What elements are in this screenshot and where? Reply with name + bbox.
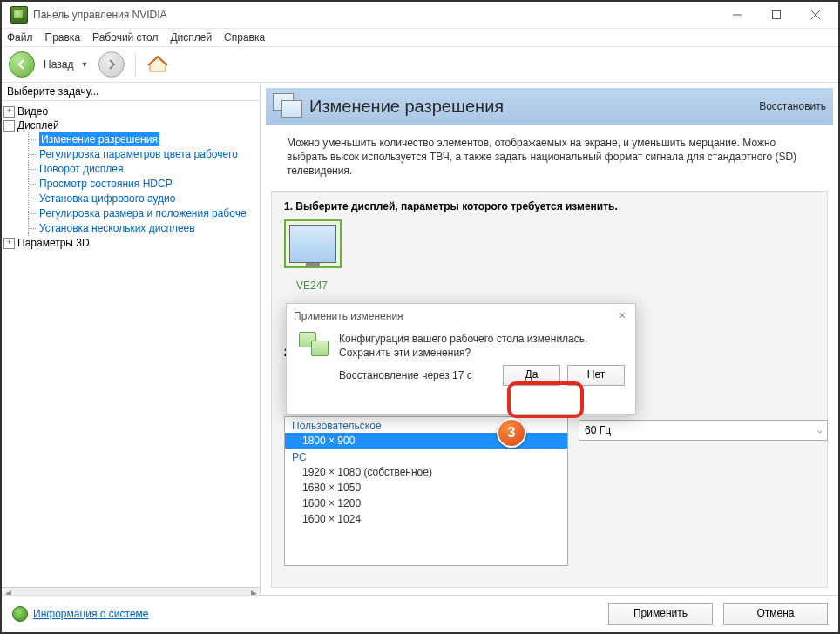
- system-info-icon: [12, 606, 28, 622]
- dialog-line1: Конфигурация вашего рабочего стола измен…: [339, 332, 587, 346]
- display-name: VE247: [284, 280, 340, 292]
- back-label: Назад: [44, 58, 73, 71]
- sidebar: Выберите задачу... + Видео − Дисплей Изм…: [2, 83, 261, 598]
- menubar: Файл Правка Рабочий стол Дисплей Справка: [2, 29, 838, 47]
- display-tile[interactable]: [284, 219, 342, 268]
- refresh-value: 60 Гц: [585, 424, 611, 436]
- home-button[interactable]: [146, 54, 169, 75]
- apply-button[interactable]: Применить: [608, 603, 713, 625]
- dialog-footer: Восстановление через 17 с Да Нет: [287, 365, 635, 395]
- dialog-countdown: Восстановление через 17 с: [339, 369, 496, 381]
- dialog-titlebar: Применить изменения ×: [287, 304, 635, 328]
- tree-leaf-audio[interactable]: Установка цифрового аудио: [29, 192, 258, 206]
- tree-label: Дисплей: [17, 118, 59, 132]
- page-description: Можно уменьшить количество элементов, от…: [261, 125, 838, 185]
- titlebar: Панель управления NVIDIA: [2, 2, 838, 29]
- dialog-line2: Сохранить эти изменения?: [339, 346, 587, 360]
- window-buttons: [717, 3, 835, 27]
- page-title: Изменение разрешения: [309, 97, 759, 117]
- nvidia-icon: [10, 6, 28, 24]
- restore-link[interactable]: Восстановить: [759, 100, 826, 112]
- expand-icon[interactable]: +: [3, 238, 15, 249]
- minimize-button[interactable]: [717, 3, 756, 27]
- settings-frame: 1. Выберите дисплей, параметры которого …: [271, 191, 828, 588]
- resolution-item[interactable]: 1680 × 1050: [285, 480, 567, 496]
- dialog-body: Конфигурация вашего рабочего стола измен…: [287, 328, 635, 365]
- dialog-close-icon[interactable]: ×: [616, 310, 628, 322]
- dialog-text: Конфигурация вашего рабочего стола измен…: [339, 332, 587, 360]
- system-info-link[interactable]: Информация о системе: [33, 608, 598, 620]
- resolution-item[interactable]: 1600 × 1200: [285, 496, 567, 511]
- task-header: Выберите задачу...: [2, 83, 260, 100]
- annotation-badge-3: 3: [497, 418, 526, 448]
- close-button[interactable]: [796, 3, 835, 27]
- expand-icon[interactable]: +: [3, 106, 15, 118]
- cancel-button[interactable]: Отмена: [723, 603, 828, 625]
- tree-leaf-hdcp[interactable]: Просмотр состояния HDCP: [29, 177, 258, 192]
- menu-file[interactable]: Файл: [7, 31, 33, 44]
- resolution-list[interactable]: Пользовательское 1800 × 900 PC 1920 × 10…: [284, 416, 568, 566]
- yes-button[interactable]: Да: [503, 365, 560, 386]
- confirm-dialog: Применить изменения × Конфигурация вашег…: [286, 303, 636, 415]
- resolution-item[interactable]: 1600 × 1024: [285, 511, 567, 527]
- step1-label: 1. Выберите дисплей, параметры которого …: [284, 200, 815, 212]
- back-button[interactable]: [9, 51, 35, 78]
- tree-leaves-display: Изменение разрешения Регулировка парамет…: [28, 132, 258, 236]
- monitor-icon: [289, 225, 336, 263]
- footer: Информация о системе Применить Отмена: [2, 595, 838, 632]
- menu-desktop[interactable]: Рабочий стол: [92, 31, 158, 44]
- tree-leaf-size-position[interactable]: Регулировка размера и положения рабоче: [29, 206, 258, 221]
- content-header: Изменение разрешения Восстановить: [266, 88, 833, 125]
- menu-help[interactable]: Справка: [224, 31, 265, 44]
- tree-leaf-color-params[interactable]: Регулировка параметров цвета рабочего: [29, 147, 258, 162]
- tree-label: Видео: [17, 105, 48, 118]
- tree-node-display[interactable]: − Дисплей: [3, 118, 258, 132]
- tree-leaf-multi-display[interactable]: Установка нескольких дисплеев: [29, 221, 258, 236]
- toolbar: Назад ▼: [2, 47, 838, 83]
- tree-leaf-rotate[interactable]: Поворот дисплея: [29, 162, 258, 177]
- tree-node-3d[interactable]: + Параметры 3D: [3, 236, 258, 250]
- displays-icon: [273, 93, 302, 119]
- forward-button[interactable]: [98, 51, 125, 78]
- dialog-title: Применить изменения: [294, 310, 403, 322]
- window-title: Панель управления NVIDIA: [33, 9, 717, 21]
- app-window: Панель управления NVIDIA Файл Правка Раб…: [0, 0, 840, 634]
- task-tree: + Видео − Дисплей Изменение разрешения Р…: [2, 100, 260, 587]
- collapse-icon[interactable]: −: [3, 120, 15, 132]
- resolution-group-pc: PC: [285, 449, 567, 464]
- maximize-button[interactable]: [756, 3, 796, 27]
- resolution-item[interactable]: 1920 × 1080 (собственное): [285, 464, 567, 480]
- dialog-displays-icon: [299, 332, 330, 358]
- body: Выберите задачу... + Видео − Дисплей Изм…: [2, 83, 838, 598]
- no-button[interactable]: Нет: [567, 365, 625, 386]
- content: Изменение разрешения Восстановить Можно …: [261, 83, 838, 598]
- back-dropdown-icon[interactable]: ▼: [80, 60, 88, 69]
- tree-leaf-change-resolution[interactable]: Изменение разрешения: [29, 132, 258, 147]
- tree-label: Параметры 3D: [17, 236, 90, 250]
- chevron-down-icon: ⌵: [817, 426, 822, 435]
- toolbar-separator: [135, 53, 136, 76]
- tree-node-video[interactable]: + Видео: [3, 105, 258, 118]
- menu-display[interactable]: Дисплей: [170, 31, 212, 44]
- refresh-rate-select[interactable]: 60 Гц ⌵: [579, 420, 828, 441]
- menu-edit[interactable]: Правка: [45, 31, 81, 44]
- svg-rect-1: [772, 11, 780, 19]
